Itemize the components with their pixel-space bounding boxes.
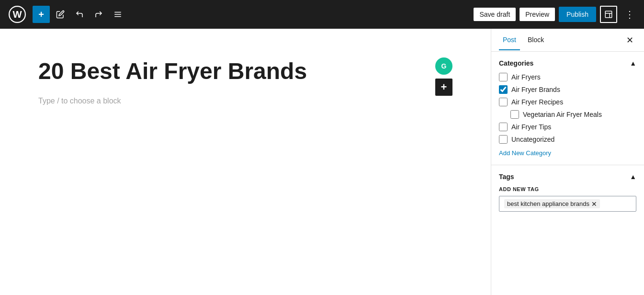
list-view-button[interactable] (109, 6, 126, 23)
sidebar-body: Categories ▲ Air Fryers Air Fryer Brands… (491, 52, 644, 295)
add-block-toolbar-button[interactable]: + (33, 6, 50, 23)
toolbar-right: Save draft Preview Publish ⋮ (474, 6, 638, 23)
category-label-air-fryers[interactable]: Air Fryers (511, 73, 541, 81)
category-label-air-fryer-tips[interactable]: Air Fryer Tips (511, 123, 551, 131)
tag-text-input[interactable] (603, 200, 631, 207)
category-checkbox-uncategorized[interactable] (499, 135, 508, 144)
categories-section-header[interactable]: Categories ▲ (499, 59, 636, 67)
editor-area: 20 Best Air Fryer Brands Type / to choos… (0, 29, 491, 295)
category-label-vegetarian[interactable]: Vegetarian Air Fryer Meals (523, 111, 602, 118)
sidebar-close-button[interactable]: ✕ (623, 34, 636, 47)
categories-toggle-icon: ▲ (630, 59, 636, 67)
tag-chip-text: best kitchen appliance brands (507, 200, 589, 207)
category-checkbox-air-fryer-tips[interactable] (499, 123, 508, 131)
more-options-button[interactable]: ⋮ (621, 6, 638, 23)
tags-add-label: ADD NEW TAG (499, 186, 636, 192)
save-draft-button[interactable]: Save draft (474, 8, 516, 21)
tab-post[interactable]: Post (499, 30, 520, 50)
wp-logo-icon[interactable]: W (6, 0, 29, 29)
category-checkbox-air-fryer-recipes[interactable] (499, 98, 508, 106)
tags-toggle-icon: ▲ (630, 173, 636, 181)
categories-title: Categories (499, 59, 533, 67)
tag-input-container[interactable]: best kitchen appliance brands ✕ (499, 196, 636, 212)
main-area: 20 Best Air Fryer Brands Type / to choos… (0, 29, 644, 295)
category-label-air-fryer-recipes[interactable]: Air Fryer Recipes (511, 98, 563, 106)
block-placeholder[interactable]: Type / to choose a block (38, 97, 452, 105)
category-item-vegetarian: Vegetarian Air Fryer Meals (499, 110, 636, 119)
preview-button[interactable]: Preview (520, 8, 555, 21)
category-label-air-fryer-brands[interactable]: Air Fryer Brands (511, 86, 560, 93)
sidebar-header: Post Block ✕ (491, 29, 644, 52)
tag-chip: best kitchen appliance brands ✕ (504, 199, 600, 208)
tags-title: Tags (499, 173, 514, 181)
category-checkbox-air-fryers[interactable] (499, 73, 508, 81)
svg-rect-5 (605, 11, 612, 18)
category-item-uncategorized: Uncategorized (499, 135, 636, 144)
category-item-air-fryer-brands: Air Fryer Brands (499, 85, 636, 94)
svg-text:W: W (12, 9, 22, 20)
category-checkbox-air-fryer-brands[interactable] (499, 85, 508, 94)
redo-button[interactable] (90, 6, 107, 23)
categories-section: Categories ▲ Air Fryers Air Fryer Brands… (491, 52, 644, 165)
grammarly-button[interactable]: G (435, 57, 452, 75)
toolbar: W + Save draft Preview Publish (0, 0, 644, 29)
tab-block[interactable]: Block (524, 30, 548, 50)
post-title[interactable]: 20 Best Air Fryer Brands (38, 57, 452, 85)
sidebar: Post Block ✕ Categories ▲ Air Fryers Air… (491, 29, 644, 295)
category-item-air-fryer-recipes: Air Fryer Recipes (499, 98, 636, 106)
add-new-category-link[interactable]: Add New Category (499, 149, 551, 157)
category-label-uncategorized[interactable]: Uncategorized (511, 136, 554, 143)
undo-button[interactable] (71, 6, 88, 23)
add-block-inline-button[interactable]: + (435, 79, 452, 96)
tags-section-header[interactable]: Tags ▲ (499, 173, 636, 181)
edit-tool-button[interactable] (52, 6, 69, 23)
layout-toggle-button[interactable] (600, 6, 617, 23)
category-item-air-fryer-tips: Air Fryer Tips (499, 123, 636, 131)
category-item-air-fryers: Air Fryers (499, 73, 636, 81)
tag-chip-remove-button[interactable]: ✕ (591, 201, 597, 207)
category-checkbox-vegetarian[interactable] (510, 110, 519, 119)
publish-button[interactable]: Publish (559, 7, 596, 22)
tags-section: Tags ▲ ADD NEW TAG best kitchen applianc… (491, 165, 644, 219)
